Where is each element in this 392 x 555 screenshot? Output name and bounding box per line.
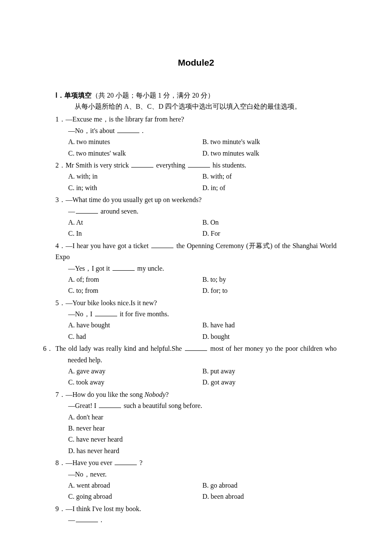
question-stem: —Excuse me，is the library far from here? bbox=[66, 116, 184, 123]
blank bbox=[185, 344, 207, 351]
blank bbox=[115, 458, 137, 465]
question-number: 8． bbox=[55, 457, 66, 468]
option-c: C. In bbox=[68, 228, 202, 239]
question-stem: —What time do you usually get up on week… bbox=[66, 196, 202, 203]
question-number: 9． bbox=[55, 503, 66, 515]
blank bbox=[188, 161, 210, 168]
option-d: D. bought bbox=[202, 331, 337, 342]
section-instruction: 从每小题所给的 A、B、C、D 四个选项中选出可以填入空白处的最佳选项。 bbox=[55, 101, 337, 112]
blank bbox=[99, 401, 121, 408]
option-d: D. for; to bbox=[202, 285, 337, 296]
blank bbox=[151, 241, 173, 248]
question-stem-line2: —Yes，I got it my uncle. bbox=[55, 263, 337, 274]
option-a: A. have bought bbox=[68, 320, 202, 331]
option-d: D. has never heard bbox=[68, 445, 337, 457]
question-stem: —How do you like the song bbox=[66, 391, 144, 398]
option-d: D. got away bbox=[202, 377, 337, 388]
option-b: B. to; by bbox=[202, 274, 337, 285]
question-6: 6．The old lady was really kind and helpf… bbox=[55, 343, 337, 388]
option-b: B. On bbox=[202, 217, 337, 228]
blank bbox=[117, 126, 139, 133]
blank bbox=[76, 207, 98, 214]
question-stem: —Your bike looks nice.Is it new? bbox=[66, 299, 157, 306]
question-stem-line2: —No，never. bbox=[55, 469, 337, 480]
section-name: 单项填空 bbox=[64, 92, 92, 99]
question-stem: Mr Smith is very strick bbox=[66, 162, 130, 169]
option-c: C. have never heard bbox=[68, 434, 337, 445]
option-c: C. going abroad bbox=[68, 491, 202, 502]
question-number: 4． bbox=[55, 240, 66, 251]
question-number: 1． bbox=[55, 114, 66, 125]
question-stem-line2: —No，I it for five months. bbox=[55, 309, 337, 320]
option-c: C. to; from bbox=[68, 285, 202, 296]
question-stem: —I hear you have got a ticket bbox=[66, 242, 150, 249]
question-stem-line2: —No，it's about . bbox=[55, 125, 337, 136]
question-4: 4．—I hear you have got a ticket the Open… bbox=[55, 240, 337, 297]
option-a: A. went abroad bbox=[68, 480, 202, 491]
option-a: A. At bbox=[68, 217, 202, 228]
option-a: A. don't hear bbox=[68, 412, 337, 423]
option-a: A. with; in bbox=[68, 171, 202, 182]
option-c: C. had bbox=[68, 331, 202, 342]
question-2: 2．Mr Smith is very strick everything his… bbox=[55, 160, 337, 194]
blank bbox=[131, 161, 153, 168]
option-c: C. two minutes' walk bbox=[68, 148, 202, 159]
blank bbox=[95, 309, 117, 316]
blank bbox=[76, 515, 98, 522]
question-8: 8．—Have you ever ? —No，never. A. went ab… bbox=[55, 457, 337, 503]
option-a: A. two minutes bbox=[68, 136, 202, 147]
question-9: 9．—I think I've lost my book. — . bbox=[55, 503, 337, 526]
question-stem-line2: — around seven. bbox=[55, 206, 337, 217]
option-a: A. gave away bbox=[68, 366, 202, 377]
question-stem: —I think I've lost my book. bbox=[66, 505, 141, 512]
option-b: B. never hear bbox=[68, 423, 337, 434]
option-b: B. have had bbox=[202, 320, 337, 331]
section-roman: Ⅰ． bbox=[55, 92, 64, 99]
option-b: B. with; of bbox=[202, 171, 337, 182]
option-c: C. took away bbox=[68, 377, 202, 388]
option-d: D. For bbox=[202, 228, 337, 239]
question-1: 1．—Excuse me，is the library far from her… bbox=[55, 114, 337, 159]
section-paren: （共 20 小题；每小题 1 分，满分 20 分） bbox=[92, 92, 214, 99]
page-title: Module2 bbox=[55, 55, 337, 70]
question-number: 3． bbox=[55, 194, 66, 205]
option-a: A. of; from bbox=[68, 274, 202, 285]
option-b: B. two minute's walk bbox=[202, 136, 337, 147]
question-stem-line2: — . bbox=[55, 515, 337, 526]
option-c: C. in; with bbox=[68, 182, 202, 194]
question-stem-line2: —Great! I such a beautiful song before. bbox=[55, 400, 337, 411]
option-b: B. go abroad bbox=[202, 480, 337, 491]
option-d: D. two minutes walk bbox=[202, 148, 337, 159]
option-d: D. been abroad bbox=[202, 491, 337, 502]
question-7: 7．—How do you like the song Nobody? —Gre… bbox=[55, 389, 337, 457]
option-d: D. in; of bbox=[202, 182, 337, 194]
song-title-italic: Nobody bbox=[144, 391, 166, 398]
section-header: Ⅰ．单项填空（共 20 小题；每小题 1 分，满分 20 分） 从每小题所给的 … bbox=[55, 90, 337, 113]
question-number: 5． bbox=[55, 298, 66, 309]
question-number: 2． bbox=[55, 160, 66, 171]
question-stem: —Have you ever bbox=[66, 459, 114, 466]
question-number: 7． bbox=[55, 389, 66, 400]
option-b: B. put away bbox=[202, 366, 337, 377]
blank bbox=[112, 264, 135, 271]
question-3: 3．—What time do you usually get up on we… bbox=[55, 194, 337, 240]
question-stem: The old lady was really kind and helpful… bbox=[55, 345, 184, 352]
question-5: 5．—Your bike looks nice.Is it new? —No，I… bbox=[55, 298, 337, 343]
